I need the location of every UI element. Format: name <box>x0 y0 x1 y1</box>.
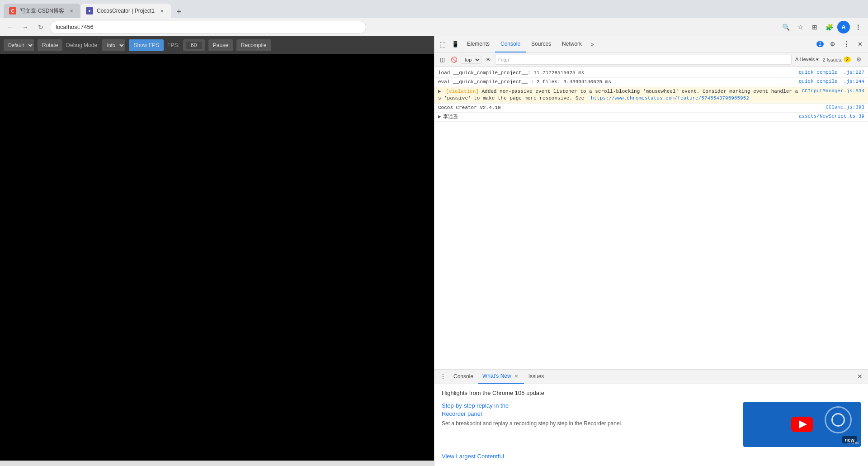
devtools-right-icons: 2 ⚙ ⋮ ✕ <box>815 38 866 51</box>
console-eye-icon[interactable]: 👁 <box>483 55 493 65</box>
tab-network[interactable]: Network <box>557 36 587 52</box>
whats-new-link-2[interactable]: View Largest Contentful <box>442 452 861 461</box>
whats-new-content: Highlights from the Chrome 105 update St… <box>434 384 868 466</box>
address-bar[interactable]: localhost:7456 <box>50 21 366 33</box>
console-link-1[interactable]: __quick_compile__.js:227 <box>793 70 864 75</box>
browser-toolbar: ← → ↻ localhost:7456 🔍 ☆ ⊞ 🧩 A ⋮ <box>0 18 868 36</box>
console-line-1: load __quick_compile_project__: 11.71728… <box>434 69 868 78</box>
devtools-tab-bar: ⬚ 📱 Elements Console Sources Network » 2… <box>434 36 868 52</box>
game-canvas[interactable] <box>0 54 434 461</box>
console-text-3: ▶ [Violation] Added non-passive event li… <box>438 88 798 102</box>
tab-favicon-csdn: C <box>9 7 16 14</box>
debug-mode-label: Debug Mode: <box>66 42 99 48</box>
fps-display <box>183 39 205 51</box>
console-line-5: ▶ 李逍遥 assets/NewScript.ts:39 <box>434 113 868 122</box>
devtools-panel: ⬚ 📱 Elements Console Sources Network » 2… <box>434 36 868 466</box>
console-link-4[interactable]: CCGame.js:393 <box>826 105 864 110</box>
profile-icon[interactable]: A <box>837 21 850 33</box>
console-text-1: load __quick_compile_project__: 11.71728… <box>438 70 789 76</box>
play-triangle-icon <box>799 420 807 428</box>
tab-bar: C 写文章-CSDN博客 ✕ ● CocosCreator | Project1… <box>0 0 868 18</box>
circle-inner <box>831 413 845 427</box>
tab-elements[interactable]: Elements <box>462 36 495 52</box>
horizontal-scrollbar[interactable] <box>0 461 434 466</box>
violation-icon: [Violation] <box>446 89 479 94</box>
fps-label: FPS: <box>167 42 179 48</box>
reload-button[interactable]: ↻ <box>34 21 47 33</box>
violation-url[interactable]: https://www.chromestatus.com/feature/574… <box>591 95 749 101</box>
device-toggle-icon[interactable]: 📱 <box>449 38 462 51</box>
devtools-settings-icon[interactable]: ⚙ <box>826 38 839 51</box>
pause-button[interactable]: Pause <box>208 39 233 51</box>
console-filter-input[interactable] <box>495 55 792 65</box>
msg5-arrow[interactable]: ▶ <box>438 114 441 120</box>
circle-outer <box>825 406 852 433</box>
bottom-tab-console[interactable]: Console <box>449 369 478 384</box>
bottom-panel-close[interactable]: ✕ <box>854 371 865 382</box>
devtools-more-icon[interactable]: ⋮ <box>840 38 853 51</box>
more-options-icon[interactable]: ⋮ <box>852 21 864 33</box>
console-clear-icon[interactable]: 🚫 <box>449 55 459 65</box>
whats-new-card: Step-by-step replay in the Recorder pane… <box>442 402 861 447</box>
console-area: ◫ 🚫 top 👁 All levels ▾ 2 Issues: 2 ⚙ <box>434 52 868 369</box>
tab-title-csdn: 写文章-CSDN博客 <box>20 7 64 15</box>
youtube-play-button[interactable] <box>791 417 813 432</box>
tab-console[interactable]: Console <box>495 36 526 52</box>
new-tab-button[interactable]: + <box>173 5 185 18</box>
console-link-3[interactable]: CCInputManager.js:534 <box>802 88 864 94</box>
bottom-tab-bar: ⋮ Console What's New ✕ Issues ✕ <box>434 370 868 384</box>
info-select[interactable]: Info <box>102 39 125 51</box>
whats-new-link-1[interactable]: Step-by-step replay in the Recorder pane… <box>442 402 736 418</box>
inspect-element-icon[interactable]: ⬚ <box>436 38 449 51</box>
extensions-icon[interactable]: 🧩 <box>823 21 835 33</box>
console-messages: load __quick_compile_project__: 11.71728… <box>434 67 868 369</box>
canvas-toolbar: Default Rotate Debug Mode: Info Show FPS… <box>0 36 434 54</box>
recompile-button[interactable]: Recompile <box>236 39 271 51</box>
tab-csdn[interactable]: C 写文章-CSDN博客 ✕ <box>4 4 80 18</box>
bottom-dots-menu[interactable]: ⋮ <box>437 373 449 380</box>
whats-new-title: Highlights from the Chrome 105 update <box>442 390 861 396</box>
whats-new-text-area: Step-by-step replay in the Recorder pane… <box>442 402 736 447</box>
console-text-4: Cocos Creator v2.4.10 <box>438 105 822 111</box>
top-context-select[interactable]: top <box>461 56 481 64</box>
back-button[interactable]: ← <box>4 21 16 33</box>
console-link-2[interactable]: __quick_compile__.js:244 <box>793 79 864 84</box>
bottom-tab-whats-new[interactable]: What's New ✕ <box>478 369 524 384</box>
rotate-button[interactable]: Rotate <box>38 39 62 51</box>
tab-more[interactable]: » <box>587 36 598 52</box>
default-select[interactable]: Default <box>4 39 34 51</box>
console-text-5: ▶ 李逍遥 <box>438 114 795 120</box>
violation-arrow[interactable]: ▶ <box>438 89 441 94</box>
tab-sources[interactable]: Sources <box>526 36 557 52</box>
tab-favicon-cocos: ● <box>86 7 93 14</box>
csdn-watermark: CSDN <box>847 441 859 445</box>
tab-close-cocos[interactable]: ✕ <box>158 7 165 14</box>
devtools-close-icon[interactable]: ✕ <box>854 38 866 51</box>
whats-new-tab-close[interactable]: ✕ <box>513 373 519 379</box>
thumb-circles <box>825 406 852 433</box>
console-sidebar-icon[interactable]: ◫ <box>437 55 447 65</box>
log-level-select[interactable]: All levels ▾ <box>793 56 821 63</box>
console-text-2: eval __quick_compile_project__ : 2 files… <box>438 79 789 86</box>
canvas-area: Default Rotate Debug Mode: Info Show FPS… <box>0 36 434 466</box>
whats-new-desc-1: Set a breakpoint and replay a recording … <box>442 420 736 428</box>
fps-value-input[interactable] <box>186 42 202 49</box>
issues-count-badge: 2 <box>844 57 851 62</box>
issues-indicator: 2 Issues: 2 <box>822 57 851 62</box>
bookmark-icon[interactable]: ☆ <box>794 21 807 33</box>
show-fps-button[interactable]: Show FPS <box>129 39 164 51</box>
bookmark-manager-icon[interactable]: ⊞ <box>808 21 821 33</box>
search-icon[interactable]: 🔍 <box>779 21 792 33</box>
tab-close-csdn[interactable]: ✕ <box>68 7 75 14</box>
console-settings-icon[interactable]: ⚙ <box>853 53 865 66</box>
forward-button[interactable]: → <box>19 21 32 33</box>
bottom-tab-issues[interactable]: Issues <box>524 369 549 384</box>
browser-chrome: C 写文章-CSDN博客 ✕ ● CocosCreator | Project1… <box>0 0 868 36</box>
console-line-4: Cocos Creator v2.4.10 CCGame.js:393 <box>434 104 868 113</box>
tab-cocos[interactable]: ● CocosCreator | Project1 ✕ <box>80 4 171 18</box>
tab-title-cocos: CocosCreator | Project1 <box>97 8 155 14</box>
console-link-5[interactable]: assets/NewScript.ts:39 <box>799 114 864 119</box>
console-line-3: ▶ [Violation] Added non-passive event li… <box>434 87 868 104</box>
notification-badge: 2 <box>816 41 824 47</box>
console-line-2: eval __quick_compile_project__ : 2 files… <box>434 78 868 87</box>
